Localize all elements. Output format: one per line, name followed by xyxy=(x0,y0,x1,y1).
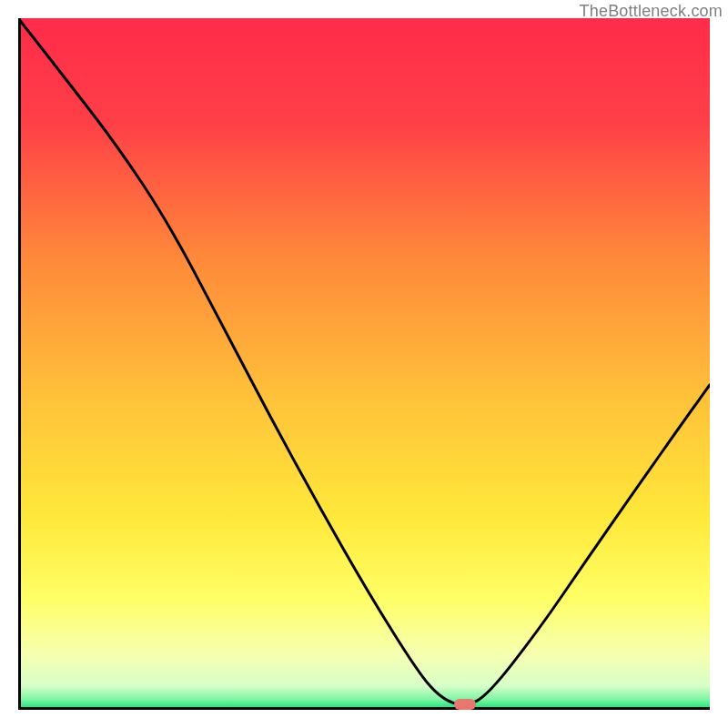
watermark-text: TheBottleneck.com xyxy=(580,2,723,21)
minimum-marker xyxy=(454,699,476,710)
x-axis xyxy=(18,707,710,710)
plot-area xyxy=(18,18,710,710)
bottleneck-curve xyxy=(18,18,710,710)
y-axis xyxy=(18,18,21,710)
chart-container: TheBottleneck.com xyxy=(0,0,728,728)
